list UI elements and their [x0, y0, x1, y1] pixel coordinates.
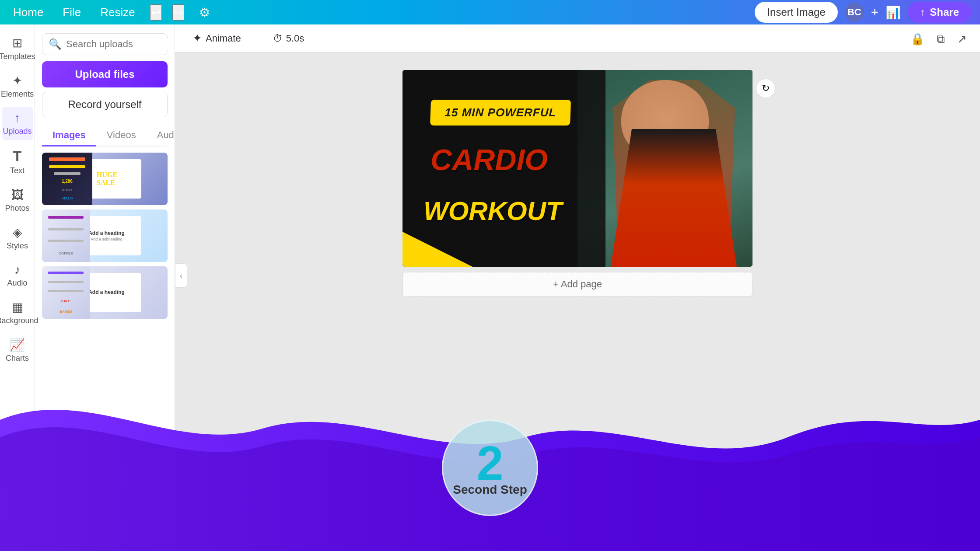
sidebar-item-charts[interactable]: 📈 Charts	[2, 333, 33, 367]
thumbnail-1[interactable]: 1,286 XOXO HELLO HUGESALE	[42, 153, 168, 205]
headline-banner: 15 MIN POWERFUL	[430, 100, 571, 126]
grid-view-button[interactable]: ⊟	[913, 529, 928, 548]
styles-icon: ◈	[13, 225, 22, 240]
bottom-right-icons: ⊟ ⛶ ?	[913, 529, 970, 548]
resize-label[interactable]: Resize	[96, 3, 139, 22]
nav-left: Home File Resize ↩ ↪ ⚙	[9, 3, 748, 22]
fullscreen-button[interactable]: ⛶	[934, 529, 951, 548]
avatar-button[interactable]: BC	[845, 3, 864, 22]
notes-label: Notes	[382, 533, 407, 544]
sidebar-item-photos[interactable]: 🖼 Photos	[2, 183, 33, 217]
canvas-inner: 15 MIN POWERFUL CARDIO WORKOUT	[402, 70, 752, 267]
upload-files-button[interactable]: Upload files	[42, 61, 168, 87]
toolbar-divider	[257, 31, 257, 45]
sidebar-label-text: Text	[10, 166, 24, 175]
animate-label: Animate	[206, 33, 241, 44]
sidebar-item-uploads[interactable]: ↑ Uploads	[2, 107, 33, 140]
notes-button[interactable]: 📝 Notes	[360, 529, 413, 548]
left-sidebar: ⊞ Templates ✦ Elements ↑ Uploads T Text …	[0, 24, 35, 551]
share-icon: ↑	[920, 6, 925, 18]
upload-tabs: Images Videos Audio	[42, 125, 168, 146]
duration-label: 5.0s	[286, 33, 304, 44]
sidebar-item-templates[interactable]: ⊞ Templates	[2, 31, 33, 66]
headline-3: WORKOUT	[424, 198, 584, 224]
clock-icon: ⏱	[273, 33, 283, 44]
sidebar-label-photos: Photos	[5, 204, 29, 213]
design-canvas: 15 MIN POWERFUL CARDIO WORKOUT	[402, 70, 752, 267]
record-yourself-button[interactable]: Record yourself	[42, 92, 168, 117]
prev-page-button[interactable]: ‹	[417, 530, 428, 547]
home-button[interactable]: Home	[9, 3, 48, 22]
help-button[interactable]: ?	[958, 529, 970, 548]
nav-right: Insert Image BC + 📊 ↑ Share	[755, 2, 971, 23]
search-icon: 🔍	[49, 38, 62, 50]
sidebar-item-audio[interactable]: ♪ Audio	[2, 258, 33, 292]
headline-1: 15 MIN POWERFUL	[439, 106, 562, 119]
collapse-panel-button[interactable]: ‹	[175, 263, 187, 288]
background-icon: ▦	[12, 300, 23, 314]
text-icon: T	[13, 148, 22, 164]
thumbnail-grid: 1,286 XOXO HELLO HUGESALE COFFEE Add a	[42, 153, 168, 319]
sidebar-label-charts: Charts	[6, 354, 29, 363]
uploads-panel: 🔍 Upload files Record yourself Images Vi…	[35, 24, 175, 551]
thumbnail-2[interactable]: COFFEE Add a heading Add a subheading	[42, 209, 168, 262]
canvas-top-icons: 🔒 ⧉ ↗	[908, 30, 970, 49]
resize-button[interactable]: Resize	[96, 3, 139, 22]
sidebar-label-elements: Elements	[1, 90, 34, 99]
uploads-icon: ↑	[14, 111, 21, 125]
elements-icon: ✦	[12, 73, 22, 88]
duration-button[interactable]: ⏱ 5.0s	[266, 29, 312, 48]
next-page-button[interactable]: ›	[429, 530, 440, 547]
animate-button[interactable]: ✦ Animate	[186, 28, 248, 49]
templates-icon: ⊞	[12, 36, 22, 50]
insert-image-button[interactable]: Insert Image	[755, 2, 837, 23]
sidebar-label-templates: Templates	[0, 52, 35, 61]
share-button[interactable]: ↑ Share	[908, 2, 971, 23]
charts-icon: 📈	[10, 338, 25, 352]
sidebar-item-text[interactable]: T Text	[2, 144, 33, 180]
photos-icon: 🖼	[11, 188, 24, 202]
add-collaborator-button[interactable]: +	[871, 5, 879, 20]
add-page-button[interactable]: + Add page	[402, 272, 752, 296]
canvas-toolbar: ✦ Animate ⏱ 5.0s 🔒 ⧉ ↗	[175, 24, 980, 52]
sidebar-item-elements[interactable]: ✦ Elements	[2, 69, 33, 103]
sidebar-label-audio: Audio	[7, 279, 27, 288]
notes-icon: 📝	[367, 533, 378, 544]
tab-images[interactable]: Images	[42, 125, 96, 146]
top-navigation: Home File Resize ↩ ↪ ⚙ Insert Image BC +…	[0, 0, 980, 24]
sidebar-label-uploads: Uploads	[3, 127, 32, 136]
bottom-bar: 📝 Notes ‹ › ⊟ ⛶ ?	[350, 525, 980, 551]
tab-audio[interactable]: Audio	[147, 125, 175, 146]
undo-button[interactable]: ↩	[150, 4, 162, 21]
headline-2: CARDIO	[430, 145, 570, 174]
lock-button[interactable]: 🔒	[908, 30, 927, 49]
sidebar-item-styles[interactable]: ◈ Styles	[2, 221, 33, 255]
refresh-button[interactable]: ↻	[756, 79, 775, 98]
canvas-content: ↻	[175, 52, 980, 551]
duplicate-button[interactable]: ⧉	[934, 30, 948, 49]
page-navigation: ‹ ›	[417, 530, 440, 547]
sidebar-label-styles: Styles	[7, 241, 28, 251]
canvas-area: ✦ Animate ⏱ 5.0s 🔒 ⧉ ↗ ↻	[175, 24, 980, 551]
search-box: 🔍	[42, 33, 168, 55]
file-button[interactable]: File	[58, 3, 85, 22]
settings-button[interactable]: ⚙	[195, 3, 214, 22]
analytics-button[interactable]: 📊	[886, 5, 901, 20]
sidebar-item-background[interactable]: ▦ Background	[2, 296, 33, 330]
share-canvas-button[interactable]: ↗	[955, 30, 970, 49]
canvas-background: 15 MIN POWERFUL CARDIO WORKOUT	[402, 70, 752, 267]
search-input[interactable]	[66, 38, 175, 50]
audio-icon: ♪	[14, 263, 21, 277]
thumbnail-3[interactable]: SALE BAKED Add a heading	[42, 266, 168, 319]
tab-videos[interactable]: Videos	[96, 125, 147, 146]
redo-button[interactable]: ↪	[172, 4, 184, 21]
animate-icon: ✦	[192, 31, 202, 45]
sidebar-label-background: Background	[0, 316, 38, 325]
share-label: Share	[930, 6, 959, 18]
